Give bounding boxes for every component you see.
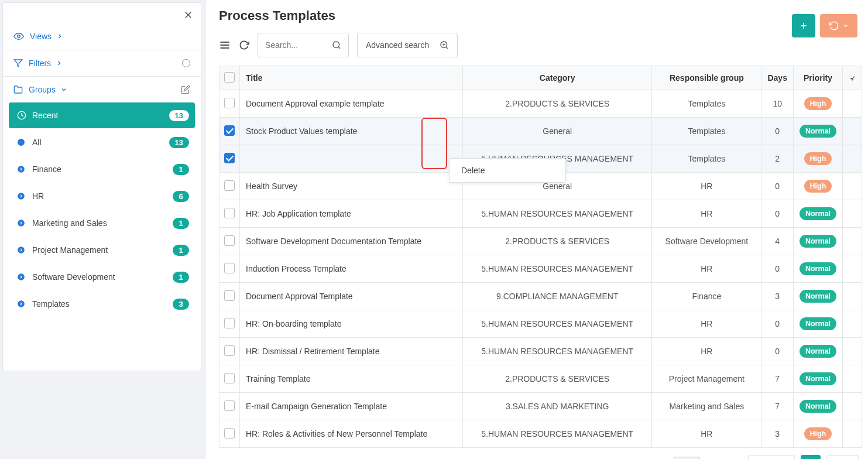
svg-point-9 xyxy=(18,300,25,307)
table-row[interactable]: Stock Product Values templateGeneralTemp… xyxy=(219,118,862,145)
sidebar-item-project-management[interactable]: Project Management1 xyxy=(9,237,195,263)
column-days[interactable]: Days xyxy=(761,66,793,90)
svg-point-0 xyxy=(18,35,20,38)
context-menu: Delete xyxy=(449,158,566,183)
table-row[interactable]: Induction Process Template5.HUMAN RESOUR… xyxy=(219,255,862,283)
cell-group: HR xyxy=(652,173,761,200)
table-row[interactable]: HR: Dismissal / Retirement Template5.HUM… xyxy=(219,338,862,365)
table-row[interactable]: Document Approval example template2.PROD… xyxy=(219,90,862,118)
table-row[interactable]: HR: On-boarding template5.HUMAN RESOURCE… xyxy=(219,310,862,338)
row-checkbox[interactable] xyxy=(224,125,235,136)
cell-days: 0 xyxy=(761,200,793,228)
cell-pin[interactable] xyxy=(843,118,862,145)
previous-button[interactable]: Previous xyxy=(748,455,795,459)
edit-icon[interactable] xyxy=(181,85,190,94)
cell-pin[interactable] xyxy=(843,228,862,255)
search-input[interactable] xyxy=(265,40,332,50)
row-checkbox[interactable] xyxy=(224,98,235,108)
cell-pin[interactable] xyxy=(843,310,862,338)
column-category[interactable]: Category xyxy=(463,66,652,90)
cell-pin[interactable] xyxy=(843,90,862,118)
next-button[interactable]: Next xyxy=(826,455,859,459)
row-checkbox[interactable] xyxy=(224,373,235,383)
sidebar-item-hr[interactable]: HR6 xyxy=(9,183,195,209)
page-size-select[interactable]: 20 xyxy=(674,457,700,460)
cell-group: Marketing and Sales xyxy=(652,393,761,420)
cell-pin[interactable] xyxy=(843,255,862,283)
cell-priority: High xyxy=(793,90,842,118)
column-pin[interactable] xyxy=(843,66,862,90)
cell-pin[interactable] xyxy=(843,145,862,173)
cell-group: Finance xyxy=(652,283,761,310)
cell-title: Stock Product Values template xyxy=(240,118,463,145)
add-button[interactable] xyxy=(792,14,815,37)
table-row[interactable]: Software Development Documentation Templ… xyxy=(219,228,862,255)
sidebar-item-recent[interactable]: Recent13 xyxy=(9,102,195,128)
sidebar-item-software-development[interactable]: Software Development1 xyxy=(9,264,195,290)
menu-item-delete[interactable]: Delete xyxy=(450,159,565,182)
sidebar-item-finance[interactable]: Finance1 xyxy=(9,156,195,182)
main-panel: Process Templates xyxy=(206,0,868,459)
cell-priority: Normal xyxy=(793,200,842,228)
groups-label: Groups xyxy=(29,85,56,94)
refresh-dropdown-button[interactable] xyxy=(820,14,857,37)
cell-pin[interactable] xyxy=(843,283,862,310)
cell-days: 0 xyxy=(761,118,793,145)
table-row[interactable]: HR: Roles & Activities of New Personnel … xyxy=(219,420,862,448)
menu-icon[interactable] xyxy=(219,39,231,51)
reload-icon[interactable] xyxy=(239,40,249,50)
table-row[interactable]: Training Template2.PRODUCTS & SERVICESPr… xyxy=(219,365,862,393)
arrow-icon xyxy=(17,165,26,173)
cell-pin[interactable] xyxy=(843,338,862,365)
cell-pin[interactable] xyxy=(843,173,862,200)
sidebar-item-count: 1 xyxy=(173,218,189,229)
cell-pin[interactable] xyxy=(843,365,862,393)
sidebar-item-label: Templates xyxy=(32,299,70,309)
groups-toggle[interactable]: Groups xyxy=(3,77,201,102)
row-checkbox[interactable] xyxy=(224,180,235,191)
cell-pin[interactable] xyxy=(843,200,862,228)
search-plus-icon xyxy=(440,40,449,50)
sidebar-item-templates[interactable]: Templates3 xyxy=(9,291,195,317)
column-priority[interactable]: Priority xyxy=(793,66,842,90)
cell-title: E-mail Campaign Generation Template xyxy=(240,393,463,420)
search-box[interactable] xyxy=(258,33,349,57)
table-row[interactable]: E-mail Campaign Generation Template3.SAL… xyxy=(219,393,862,420)
cell-days: 7 xyxy=(761,393,793,420)
row-checkbox[interactable] xyxy=(224,235,235,246)
filters-toggle[interactable]: Filters xyxy=(3,50,201,76)
table-row[interactable]: HR: Job Application template5.HUMAN RESO… xyxy=(219,200,862,228)
row-checkbox[interactable] xyxy=(224,345,235,356)
close-icon[interactable]: ✕ xyxy=(184,9,193,21)
cell-title: HR: Job Application template xyxy=(240,200,463,228)
cell-group: HR xyxy=(652,200,761,228)
row-checkbox[interactable] xyxy=(224,400,235,411)
cell-pin[interactable] xyxy=(843,420,862,448)
sidebar-item-all[interactable]: All13 xyxy=(9,129,195,155)
search-icon[interactable] xyxy=(332,40,341,50)
select-all-checkbox[interactable] xyxy=(224,72,235,83)
filter-indicator-icon xyxy=(182,59,190,67)
column-title[interactable]: Title xyxy=(240,66,463,90)
cell-days: 4 xyxy=(761,228,793,255)
row-checkbox[interactable] xyxy=(224,290,235,301)
sidebar-item-count: 1 xyxy=(173,164,189,175)
page-number[interactable]: 1 xyxy=(801,455,821,459)
row-checkbox[interactable] xyxy=(224,208,235,218)
cell-priority: High xyxy=(793,145,842,173)
svg-marker-1 xyxy=(14,60,22,67)
templates-table: Title Category Responsible group Days Pr… xyxy=(219,66,862,448)
row-checkbox[interactable] xyxy=(224,318,235,328)
views-toggle[interactable]: Views xyxy=(3,23,201,50)
sidebar-item-count: 6 xyxy=(173,191,189,202)
row-checkbox[interactable] xyxy=(224,428,235,439)
advanced-search-button[interactable]: Advanced search xyxy=(357,33,458,57)
row-checkbox[interactable] xyxy=(224,153,235,163)
column-group[interactable]: Responsible group xyxy=(652,66,761,90)
chevron-right-icon xyxy=(56,33,63,40)
row-checkbox[interactable] xyxy=(224,263,235,273)
svg-point-5 xyxy=(18,193,25,200)
cell-pin[interactable] xyxy=(843,393,862,420)
sidebar-item-marketing-and-sales[interactable]: Marketing and Sales1 xyxy=(9,210,195,236)
table-row[interactable]: Document Approval Template9.COMPLIANCE M… xyxy=(219,283,862,310)
